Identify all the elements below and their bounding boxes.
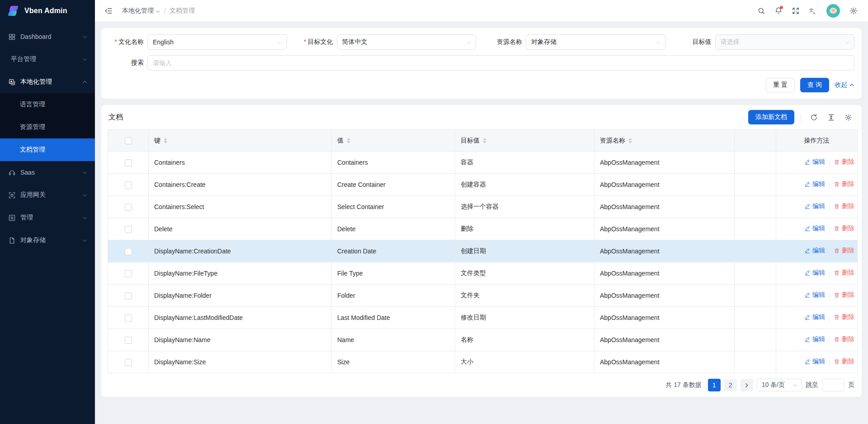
delete-button[interactable]: 删除 [834, 335, 854, 343]
cell-value: Last Modified Date [332, 307, 455, 329]
cell-empty [735, 174, 776, 196]
filter-panel: *文化名称English*目标文化简体中文资源名称对象存储目标值请选择 搜索 重… [101, 28, 862, 99]
row-checkbox[interactable] [125, 337, 132, 344]
delete-button[interactable]: 删除 [834, 180, 854, 188]
sidebar-item-6[interactable]: 对象存储 [0, 229, 95, 252]
sidebar-item-0[interactable]: Dashboard [0, 25, 95, 48]
delete-button[interactable]: 删除 [834, 202, 854, 210]
row-checkbox[interactable] [125, 314, 132, 322]
select-all-checkbox[interactable] [125, 137, 132, 144]
edit-button[interactable]: 编辑 [804, 158, 825, 166]
next-page-button[interactable] [741, 379, 753, 391]
edit-button[interactable]: 编辑 [804, 313, 825, 321]
cell-key: Containers [149, 152, 332, 174]
edit-button[interactable]: 编辑 [804, 269, 825, 277]
edit-button[interactable]: 编辑 [804, 291, 825, 299]
sidebar-subitem-label: 文档管理 [20, 146, 45, 154]
page-button-1[interactable]: 1 [708, 379, 721, 391]
cell-actions: 编辑删除 [776, 174, 858, 196]
cell-value: Creation Date [332, 240, 455, 262]
search-icon[interactable] [754, 4, 769, 18]
delete-button[interactable]: 删除 [834, 313, 854, 321]
edit-button[interactable]: 编辑 [804, 202, 825, 210]
cell-actions: 编辑删除 [776, 218, 858, 240]
refresh-icon[interactable] [807, 111, 820, 124]
avatar[interactable] [826, 4, 840, 18]
table-row-3: DeleteDelete删除AbpOssManagement编辑删除 [108, 218, 858, 240]
page-size-select[interactable]: 10 条/页 [757, 379, 802, 391]
delete-button[interactable]: 删除 [834, 247, 854, 255]
cell-target: 大小 [455, 351, 594, 373]
main-area: 本地化管理 / 文档管理 [95, 0, 868, 424]
filter-select-2[interactable]: 对象存储 [526, 34, 665, 50]
column-header-cell-1: 值 [332, 130, 455, 152]
column-header[interactable]: 目标值 [461, 137, 486, 145]
sidebar-item-5[interactable]: 管理 [0, 206, 95, 229]
row-checkbox[interactable] [125, 270, 132, 277]
reset-button[interactable]: 重 置 [766, 78, 795, 92]
row-height-icon[interactable] [825, 111, 837, 124]
row-checkbox-cell [108, 240, 149, 262]
sidebar-collapse-icon[interactable] [101, 4, 116, 18]
breadcrumb-item-localization[interactable]: 本地化管理 [122, 7, 160, 15]
edit-button[interactable]: 编辑 [804, 224, 825, 233]
row-checkbox[interactable] [125, 248, 132, 255]
row-checkbox[interactable] [125, 204, 132, 211]
table-row-2: Containers:SelectSelect Container选择一个容器A… [108, 196, 858, 218]
bell-icon[interactable] [771, 4, 786, 18]
edit-button[interactable]: 编辑 [804, 335, 825, 343]
cell-actions: 编辑删除 [776, 152, 858, 174]
sort-icon [347, 138, 350, 143]
sidebar-subitem-2-0[interactable]: 语言管理 [0, 93, 95, 116]
cell-resource: AbpOssManagement [594, 218, 735, 240]
delete-button[interactable]: 删除 [834, 357, 854, 366]
sidebar-item-2[interactable]: 本地化管理 [0, 71, 95, 93]
search-input[interactable] [147, 55, 854, 71]
edit-button[interactable]: 编辑 [804, 247, 825, 255]
row-checkbox[interactable] [125, 226, 132, 233]
sidebar-subitem-2-1[interactable]: 资源管理 [0, 116, 95, 138]
chevron-up-icon [849, 82, 854, 88]
delete-button[interactable]: 删除 [834, 269, 854, 277]
edit-button[interactable]: 编辑 [804, 180, 825, 188]
collapse-filters-link[interactable]: 收起 [835, 81, 854, 89]
cell-key: DisplayName:CreationDate [149, 240, 332, 262]
cell-value: File Type [332, 262, 455, 285]
gear-icon[interactable] [846, 4, 861, 18]
sidebar-item-label: 平台管理 [11, 55, 77, 63]
sidebar-item-1[interactable]: 平台管理 [0, 48, 95, 71]
query-button[interactable]: 查 询 [800, 78, 829, 92]
filter-select-1[interactable]: 简体中文 [337, 34, 476, 50]
delete-button[interactable]: 删除 [834, 224, 854, 233]
column-header[interactable]: 键 [154, 137, 167, 145]
cell-actions: 编辑删除 [776, 285, 858, 307]
translate-icon[interactable]: 文A [806, 4, 820, 18]
row-checkbox[interactable] [125, 159, 132, 167]
cell-resource: AbpOssManagement [594, 307, 735, 329]
filter-select-3[interactable]: 请选择 [715, 34, 855, 50]
action-divider [829, 161, 830, 167]
delete-button[interactable]: 删除 [834, 291, 854, 299]
row-checkbox[interactable] [125, 359, 132, 366]
page-button-2[interactable]: 2 [724, 379, 737, 391]
cell-actions: 编辑删除 [776, 196, 858, 218]
sidebar-item-3[interactable]: Saas [0, 161, 95, 184]
jump-page-input[interactable] [822, 379, 844, 391]
delete-button[interactable]: 删除 [834, 158, 854, 166]
select-placeholder: 请选择 [721, 38, 740, 46]
column-header[interactable]: 资源名称 [600, 137, 632, 145]
sidebar-item-4[interactable]: 应用网关 [0, 184, 95, 206]
edit-button[interactable]: 编辑 [804, 357, 825, 366]
sidebar-subitem-2-2[interactable]: 文档管理 [0, 138, 95, 161]
row-checkbox[interactable] [125, 181, 132, 189]
filter-select-0[interactable]: English [147, 34, 287, 50]
filter-grid: *文化名称English*目标文化简体中文资源名称对象存储目标值请选择 [108, 34, 854, 50]
table-settings-gear-icon[interactable] [842, 111, 854, 124]
add-document-button[interactable]: 添加新文档 [748, 110, 794, 124]
fullscreen-icon[interactable] [788, 4, 803, 18]
logo[interactable]: Vben Admin [0, 0, 95, 22]
sidebar-item-label: 应用网关 [20, 191, 77, 199]
collapse-label: 收起 [835, 81, 847, 89]
row-checkbox[interactable] [125, 292, 132, 300]
column-header[interactable]: 值 [337, 137, 350, 145]
